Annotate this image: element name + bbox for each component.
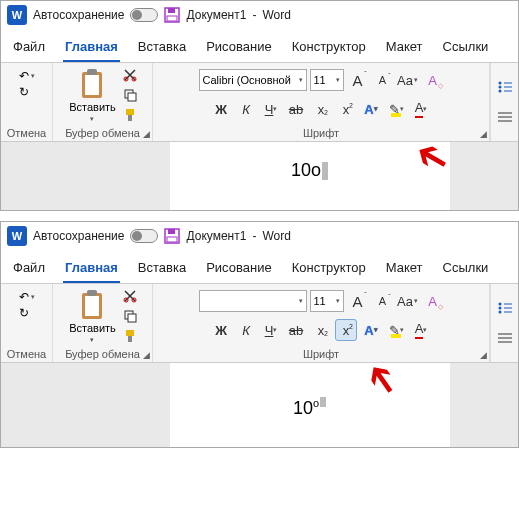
chevron-down-icon[interactable]: ▾: [90, 115, 94, 123]
title-bar: W Автосохранение Документ1 - Word: [1, 1, 518, 29]
clear-format-button[interactable]: A◇: [422, 290, 444, 312]
document-area[interactable]: 10о ➔: [1, 142, 518, 210]
underline-button[interactable]: Ч▾: [260, 98, 282, 120]
paste-button[interactable]: Вставить ▾: [67, 67, 118, 125]
page[interactable]: 10о: [170, 142, 450, 210]
highlight-button[interactable]: ✎▾: [385, 319, 407, 341]
text-cursor: [322, 162, 328, 180]
format-painter-button[interactable]: [122, 328, 138, 344]
tab-file[interactable]: Файл: [11, 33, 47, 62]
svg-rect-23: [167, 237, 177, 242]
document-area[interactable]: 10о ➔: [1, 363, 518, 447]
tab-design[interactable]: Конструктор: [290, 254, 368, 283]
text-effects-button[interactable]: A▾: [360, 319, 382, 341]
chevron-down-icon: ▾: [423, 105, 427, 113]
paste-button[interactable]: Вставить ▾: [67, 288, 118, 346]
chevron-down-icon[interactable]: ▾: [31, 72, 35, 80]
font-size-combo[interactable]: 11▾: [310, 69, 344, 91]
cut-button[interactable]: [122, 67, 138, 83]
bold-button[interactable]: Ж: [210, 319, 232, 341]
page[interactable]: 10о: [170, 363, 450, 447]
bullets-button[interactable]: [494, 76, 516, 98]
shrink-font-button[interactable]: Aˇ: [372, 69, 394, 91]
tab-design[interactable]: Конструктор: [290, 33, 368, 62]
undo-button[interactable]: ↶▾: [19, 69, 35, 83]
dialog-launcher-icon[interactable]: ◢: [143, 350, 150, 360]
autosave-label: Автосохранение: [33, 229, 124, 243]
dialog-launcher-icon[interactable]: ◢: [480, 129, 487, 139]
align-icon: [498, 332, 512, 344]
text-effects-button[interactable]: A▾: [360, 98, 382, 120]
strike-button[interactable]: ab: [285, 319, 307, 341]
change-case-button[interactable]: Aa▾: [397, 290, 419, 312]
clear-format-button[interactable]: A◇: [422, 69, 444, 91]
tab-refs[interactable]: Ссылки: [441, 33, 491, 62]
strike-button[interactable]: ab: [285, 98, 307, 120]
tab-layout[interactable]: Макет: [384, 33, 425, 62]
tab-layout[interactable]: Макет: [384, 254, 425, 283]
bold-button[interactable]: Ж: [210, 98, 232, 120]
copy-button[interactable]: [122, 308, 138, 324]
align-button[interactable]: [494, 327, 516, 349]
font-size-combo[interactable]: 11▾: [310, 290, 344, 312]
tab-insert[interactable]: Вставка: [136, 254, 188, 283]
tab-file[interactable]: Файл: [11, 254, 47, 283]
grow-font-button[interactable]: Aˆ: [347, 290, 369, 312]
superscript-button[interactable]: x2: [335, 98, 357, 120]
redo-button[interactable]: ↻: [19, 306, 35, 320]
change-case-button[interactable]: Aa▾: [397, 69, 419, 91]
grow-font-button[interactable]: Aˆ: [347, 69, 369, 91]
tab-draw[interactable]: Рисование: [204, 33, 273, 62]
tab-home[interactable]: Главная: [63, 33, 120, 62]
chevron-down-icon[interactable]: ▾: [90, 336, 94, 344]
tab-draw[interactable]: Рисование: [204, 254, 273, 283]
dialog-launcher-icon[interactable]: ◢: [143, 129, 150, 139]
subscript-button[interactable]: x2: [310, 98, 332, 120]
tab-refs[interactable]: Ссылки: [441, 254, 491, 283]
dialog-launcher-icon[interactable]: ◢: [480, 350, 487, 360]
highlight-button[interactable]: ✎▾: [385, 98, 407, 120]
doc-text-base: 10: [293, 398, 313, 418]
chevron-down-icon: ▾: [423, 326, 427, 334]
tab-home[interactable]: Главная: [63, 254, 120, 283]
undo-button[interactable]: ↶▾: [19, 290, 35, 304]
svg-rect-11: [128, 115, 132, 121]
doc-text-sup: о: [313, 397, 319, 409]
autosave-toggle[interactable]: [130, 8, 158, 22]
superscript-button[interactable]: x2: [335, 319, 357, 341]
chevron-down-icon: ▾: [336, 76, 340, 84]
brush-icon: [123, 329, 137, 343]
text-cursor: [320, 397, 326, 407]
cut-button[interactable]: [122, 288, 138, 304]
bullets-icon: [498, 302, 512, 314]
underline-button[interactable]: Ч▾: [260, 319, 282, 341]
chevron-down-icon: ▾: [414, 297, 418, 305]
group-undo-label: Отмена: [7, 348, 46, 360]
save-icon[interactable]: [164, 7, 180, 23]
font-color-button[interactable]: A▾: [410, 98, 432, 120]
italic-button[interactable]: К: [235, 319, 257, 341]
shrink-font-button[interactable]: Aˇ: [372, 290, 394, 312]
svg-rect-22: [168, 229, 175, 234]
word-window-1: W Автосохранение Документ1 - Word Файл Г…: [0, 0, 519, 211]
copy-icon: [123, 309, 137, 323]
bullets-button[interactable]: [494, 297, 516, 319]
italic-button[interactable]: К: [235, 98, 257, 120]
save-icon[interactable]: [164, 228, 180, 244]
redo-button[interactable]: ↻: [19, 85, 35, 99]
font-name-combo[interactable]: Calibri (Основной▾: [199, 69, 307, 91]
autosave-toggle[interactable]: [130, 229, 158, 243]
copy-button[interactable]: [122, 87, 138, 103]
app-name: Word: [262, 8, 290, 22]
tab-insert[interactable]: Вставка: [136, 33, 188, 62]
svg-rect-9: [128, 93, 136, 101]
ribbon-tabs: Файл Главная Вставка Рисование Конструкт…: [1, 29, 518, 63]
chevron-down-icon: ▾: [400, 105, 404, 113]
format-painter-button[interactable]: [122, 107, 138, 123]
subscript-button[interactable]: x2: [310, 319, 332, 341]
doc-title: Документ1: [186, 229, 246, 243]
font-color-button[interactable]: A▾: [410, 319, 432, 341]
font-name-combo[interactable]: ▾: [199, 290, 307, 312]
align-button[interactable]: [494, 106, 516, 128]
chevron-down-icon[interactable]: ▾: [31, 293, 35, 301]
